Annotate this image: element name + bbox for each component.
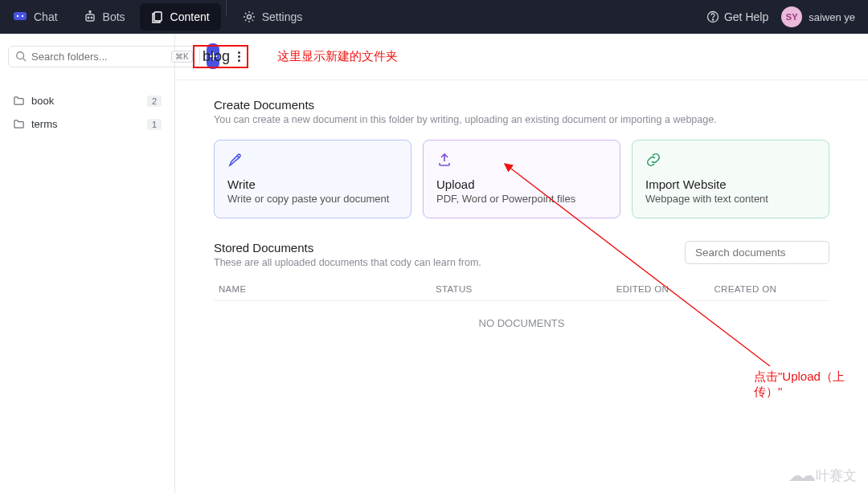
- settings-icon: [243, 10, 256, 23]
- col-status: STATUS: [436, 284, 548, 294]
- nav-chat-label: Chat: [34, 10, 58, 23]
- folder-count: 2: [147, 96, 162, 107]
- card-upload-desc: PDF, Word or Powerpoint files: [436, 193, 607, 205]
- avatar: SY: [781, 6, 802, 27]
- folder-title-highlight: blog: [193, 45, 248, 68]
- create-subtitle: You can create a new document in this fo…: [214, 114, 829, 125]
- nav-settings-label: Settings: [262, 10, 303, 23]
- card-upload-title: Upload: [436, 177, 607, 191]
- pen-icon: [227, 152, 398, 171]
- card-upload[interactable]: Upload PDF, Word or Powerpoint files: [423, 140, 620, 218]
- card-write-desc: Write or copy paste your document: [227, 193, 398, 205]
- svg-point-5: [89, 11, 91, 13]
- bots-icon: [84, 10, 96, 23]
- help-icon: [706, 10, 719, 23]
- svg-point-1: [17, 15, 18, 17]
- nav-bots-label: Bots: [103, 10, 125, 23]
- user-name: saiwen ye: [809, 11, 855, 23]
- content-icon: [151, 10, 164, 23]
- col-edited: EDITED ON: [548, 284, 669, 294]
- annotation-2: 点击"Upload（上传）": [754, 369, 868, 400]
- folder-search-input[interactable]: [31, 51, 166, 63]
- folder-icon: [13, 95, 25, 107]
- watermark-text: 叶赛文: [816, 467, 857, 485]
- sidebar-folder-book[interactable]: book 2: [8, 90, 166, 112]
- svg-point-2: [22, 15, 23, 17]
- stored-title: Stored Documents: [214, 241, 481, 255]
- annotation-1: 这里显示新建的文件夹: [277, 49, 398, 64]
- svg-point-12: [17, 52, 24, 59]
- link-icon: [645, 152, 816, 171]
- chat-icon: [13, 11, 27, 22]
- upload-icon: [436, 152, 607, 171]
- svg-rect-0: [14, 12, 27, 20]
- svg-point-7: [91, 17, 92, 18]
- empty-state: NO DOCUMENTS: [214, 301, 829, 345]
- card-write-title: Write: [227, 177, 398, 191]
- col-name: NAME: [219, 284, 436, 294]
- folder-search[interactable]: ⌘K: [8, 46, 200, 67]
- nav-settings[interactable]: Settings: [230, 0, 316, 34]
- svg-rect-8: [154, 12, 162, 21]
- get-help[interactable]: Get Help: [706, 10, 768, 23]
- folder-name: book: [31, 95, 54, 107]
- page-title: blog: [203, 48, 230, 65]
- nav-chat[interactable]: Chat: [0, 0, 71, 34]
- svg-point-11: [712, 19, 713, 20]
- search-documents-input[interactable]: [685, 241, 829, 264]
- nav-divider: [226, 0, 227, 16]
- create-title: Create Documents: [214, 98, 829, 112]
- folder-name: terms: [31, 118, 58, 130]
- user-menu[interactable]: SY saiwen ye: [781, 6, 855, 27]
- card-import[interactable]: Import Website Webpage with text content: [632, 140, 829, 218]
- nav-bots[interactable]: Bots: [71, 0, 138, 34]
- nav-content[interactable]: Content: [140, 3, 221, 31]
- svg-point-6: [88, 17, 89, 18]
- folder-icon: [13, 118, 25, 130]
- wechat-icon: ☁☁: [788, 466, 811, 485]
- help-label: Get Help: [724, 10, 768, 23]
- table-header: NAME STATUS EDITED ON CREATED ON: [214, 278, 829, 301]
- folder-menu-button[interactable]: [238, 51, 240, 62]
- watermark: ☁☁ 叶赛文: [788, 466, 857, 485]
- folder-count: 1: [147, 119, 162, 130]
- col-created: CREATED ON: [669, 284, 825, 294]
- card-write[interactable]: Write Write or copy paste your document: [214, 140, 411, 218]
- card-import-title: Import Website: [645, 177, 816, 191]
- stored-subtitle: These are all uploaded documents that co…: [214, 257, 481, 268]
- svg-line-13: [23, 59, 27, 62]
- svg-point-9: [247, 15, 251, 19]
- search-icon: [15, 51, 27, 62]
- sidebar-folder-terms[interactable]: terms 1: [8, 113, 166, 135]
- card-import-desc: Webpage with text content: [645, 193, 816, 205]
- nav-content-label: Content: [170, 10, 210, 23]
